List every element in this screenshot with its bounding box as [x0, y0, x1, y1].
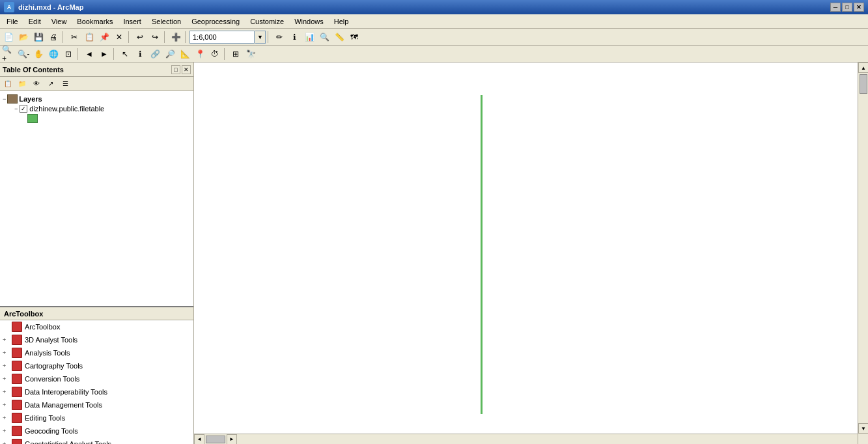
undo-button[interactable]: ↩ — [133, 30, 147, 44]
3d-icon — [12, 335, 22, 345]
toc-options[interactable]: ☰ — [59, 78, 72, 90]
toc-maximize[interactable]: □ — [171, 65, 180, 74]
overview-btn[interactable]: ⊞ — [229, 47, 243, 61]
toolbox-item-cartography[interactable]: + Cartography Tools — [0, 359, 193, 372]
layer-btn[interactable]: 🗺 — [347, 30, 361, 44]
identify-btn[interactable]: ℹ — [287, 30, 301, 44]
toc-controls[interactable]: □ ✕ — [171, 65, 191, 74]
toolbox-item-arctoolbox[interactable]: ArcToolbox — [0, 320, 193, 333]
vertical-scrollbar[interactable]: ▲ ▼ — [858, 62, 868, 444]
goto-xy[interactable]: 📍 — [193, 47, 207, 61]
menu-geoprocessing[interactable]: Geoprocessing — [186, 15, 245, 28]
table-btn[interactable]: 📊 — [302, 30, 316, 44]
redo-button[interactable]: ↪ — [148, 30, 162, 44]
cartography-expand[interactable]: + — [3, 363, 9, 369]
save-button[interactable]: 💾 — [31, 30, 46, 44]
menu-file[interactable]: File — [1, 15, 23, 28]
print-button[interactable]: 🖨 — [46, 30, 61, 44]
menu-edit[interactable]: Edit — [23, 15, 46, 28]
delete-button[interactable]: ✕ — [112, 30, 126, 44]
toc-list-by-selection[interactable]: ↗ — [44, 78, 57, 90]
toolbox-item-3d[interactable]: + 3D Analyst Tools — [0, 333, 193, 346]
measure-tool[interactable]: 📐 — [178, 47, 192, 61]
toc-layer-expand[interactable]: − — [14, 105, 18, 112]
toolbox-item-management[interactable]: + Data Management Tools — [0, 398, 193, 411]
zoom-out-button[interactable]: 🔍- — [16, 47, 31, 61]
toolbox-item-geostatistical[interactable]: + Geostatistical Analyst Tools — [0, 437, 193, 444]
scale-dropdown[interactable]: ▼ — [255, 31, 266, 44]
search-btn2[interactable]: 🔍 — [317, 30, 331, 44]
geostat-expand[interactable]: + — [3, 441, 9, 444]
menu-windows[interactable]: Windows — [289, 15, 329, 28]
toc-list-by-visibility[interactable]: 👁 — [30, 78, 43, 90]
interop-expand[interactable]: + — [3, 389, 9, 395]
arctoolbox-icon — [12, 322, 22, 332]
app-title: dizhi.mxd - ArcMap — [18, 3, 83, 11]
menu-customize[interactable]: Customize — [245, 15, 289, 28]
toc-layer-checkbox[interactable]: ✓ — [20, 105, 27, 113]
scale-input[interactable]: 1:6,000 — [189, 31, 255, 44]
analysis-expand[interactable]: + — [3, 350, 9, 356]
menu-view[interactable]: View — [46, 15, 72, 28]
scroll-thumb-vertical[interactable] — [860, 74, 867, 94]
toolbox-item-conversion[interactable]: + Conversion Tools — [0, 372, 193, 385]
menu-selection[interactable]: Selection — [147, 15, 186, 28]
toc-layer-item[interactable]: − ✓ dizhinew.public.filetable — [1, 104, 192, 113]
map-canvas[interactable]: ▲ ▼ ◄ ► — [194, 62, 868, 444]
pan-button[interactable]: ✋ — [31, 47, 46, 61]
sep4 — [185, 31, 188, 43]
toc-content: − Layers − ✓ dizhinew.public.filetable — [0, 91, 193, 128]
mgmt-expand[interactable]: + — [3, 402, 9, 408]
conversion-expand[interactable]: + — [3, 376, 9, 382]
toolbox-item-interoperability[interactable]: + Data Interoperability Tools — [0, 385, 193, 398]
toc-group-layers: − Layers − ✓ dizhinew.public.filetable — [1, 94, 192, 124]
open-button[interactable]: 📂 — [16, 30, 31, 44]
toolbox-item-editing[interactable]: + Editing Tools — [0, 411, 193, 424]
minimize-button[interactable]: ─ — [830, 3, 841, 12]
horizontal-scrollbar[interactable]: ◄ ► — [194, 434, 858, 444]
toc-list-by-source[interactable]: 📁 — [16, 78, 29, 90]
copy-button[interactable]: 📋 — [82, 30, 96, 44]
editor-btn[interactable]: ✏ — [272, 30, 287, 44]
cut-button[interactable]: ✂ — [67, 30, 81, 44]
scroll-thumb-horizontal[interactable] — [206, 436, 225, 443]
close-button[interactable]: ✕ — [854, 3, 864, 12]
toc-close[interactable]: ✕ — [182, 65, 191, 74]
toc-group-expand[interactable]: − — [3, 96, 6, 102]
back-button[interactable]: ◄ — [82, 47, 96, 61]
hyperlink-btn[interactable]: 🔗 — [148, 47, 162, 61]
full-extent-button[interactable]: ⊡ — [61, 47, 76, 61]
toolbox-label-geostat: Geostatistical Analyst Tools — [25, 440, 111, 444]
scroll-right-button[interactable]: ► — [227, 434, 237, 445]
scroll-left-button[interactable]: ◄ — [194, 434, 204, 445]
editing-expand[interactable]: + — [3, 415, 9, 421]
measure-btn[interactable]: 📏 — [332, 30, 346, 44]
toc-list-by-drawing-order[interactable]: 📋 — [1, 78, 14, 90]
add-data-button[interactable]: ➕ — [169, 30, 183, 44]
menu-insert[interactable]: Insert — [118, 15, 147, 28]
forward-button[interactable]: ► — [97, 47, 111, 61]
find-btn[interactable]: 🔎 — [163, 47, 177, 61]
scroll-down-button[interactable]: ▼ — [858, 423, 868, 434]
toolbox-item-geocoding[interactable]: + Geocoding Tools — [0, 424, 193, 437]
time-slider[interactable]: ⏱ — [208, 47, 222, 61]
table-of-contents: Table Of Contents □ ✕ 📋 📁 👁 ↗ ☰ − — [0, 62, 193, 307]
maximize-button[interactable]: □ — [842, 3, 852, 12]
toc-group-header[interactable]: − Layers — [1, 94, 192, 104]
menu-bookmarks[interactable]: Bookmarks — [72, 15, 118, 28]
toolbox-label-conversion: Conversion Tools — [25, 375, 79, 383]
globe-button[interactable]: 🌐 — [46, 47, 61, 61]
geocoding-expand[interactable]: + — [3, 428, 9, 434]
toolbox-item-analysis[interactable]: + Analysis Tools — [0, 346, 193, 359]
menu-help[interactable]: Help — [329, 15, 354, 28]
magnifier-btn[interactable]: 🔭 — [244, 47, 258, 61]
title-bar-controls[interactable]: ─ □ ✕ — [830, 3, 864, 12]
scroll-up-button[interactable]: ▲ — [858, 62, 868, 73]
new-button[interactable]: 📄 — [1, 30, 16, 44]
identify-tool[interactable]: ℹ — [133, 47, 147, 61]
3d-expand[interactable]: + — [3, 337, 9, 343]
zoom-in-button[interactable]: 🔍+ — [1, 47, 16, 61]
sep6 — [77, 48, 80, 60]
paste-button[interactable]: 📌 — [97, 30, 111, 44]
select-button[interactable]: ↖ — [118, 47, 132, 61]
